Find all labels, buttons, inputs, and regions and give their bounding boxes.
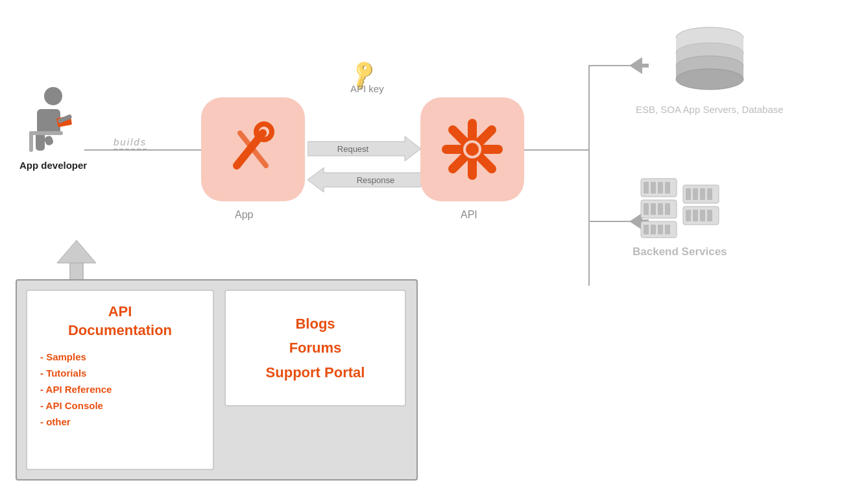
server-icon [638, 175, 722, 240]
svg-rect-37 [644, 203, 649, 215]
svg-text:Response: Response [357, 175, 395, 185]
svg-rect-1 [37, 109, 60, 134]
connector-vertical [588, 65, 590, 286]
svg-rect-35 [665, 182, 670, 194]
svg-rect-54 [700, 210, 705, 221]
svg-rect-34 [658, 182, 663, 194]
svg-rect-7 [29, 131, 33, 152]
svg-rect-48 [693, 188, 698, 200]
svg-rect-43 [651, 225, 656, 234]
svg-point-30 [676, 69, 743, 90]
docs-item-other: - other [40, 416, 200, 427]
svg-rect-33 [651, 182, 656, 194]
docs-box: APIDocumentation - Samples - Tutorials -… [26, 290, 214, 470]
portal-outer-box: APIDocumentation - Samples - Tutorials -… [16, 279, 418, 481]
svg-rect-50 [707, 188, 712, 200]
connector-api-right [524, 149, 589, 151]
community-title: Blogs Forums Support Portal [266, 312, 365, 384]
docs-item-api-console: - API Console [40, 400, 200, 411]
svg-point-21 [464, 142, 480, 157]
connector-dev-to-app [84, 149, 201, 151]
svg-rect-49 [700, 188, 705, 200]
response-arrow: Response [307, 168, 421, 195]
community-box: Blogs Forums Support Portal [224, 290, 406, 406]
svg-rect-55 [707, 210, 712, 221]
svg-rect-52 [686, 210, 691, 221]
svg-rect-40 [665, 203, 670, 215]
backend-label: Backend Services [633, 245, 727, 258]
apikey-label: API key [350, 83, 384, 94]
svg-rect-45 [665, 225, 670, 234]
svg-rect-4 [36, 132, 45, 151]
builds-label: builds [114, 136, 147, 150]
developer-label: App developer [19, 160, 87, 171]
database-icon [671, 26, 749, 97]
svg-point-0 [44, 87, 62, 105]
svg-text:Request: Request [337, 144, 369, 154]
database-section: ESB, SOA App Servers, Database [636, 26, 784, 118]
docs-item-api-reference: - API Reference [40, 384, 200, 395]
app-icon [201, 97, 305, 201]
svg-rect-53 [693, 210, 698, 221]
api-label: API [461, 209, 477, 221]
docs-item-tutorials: - Tutorials [40, 368, 200, 379]
app-label: App [235, 209, 253, 221]
request-arrow: Request [307, 136, 421, 164]
svg-rect-39 [658, 203, 663, 215]
developer-figure [24, 84, 82, 156]
svg-rect-6 [29, 131, 63, 135]
svg-rect-42 [644, 225, 649, 234]
svg-rect-32 [644, 182, 649, 194]
docs-item-samples: - Samples [40, 351, 200, 362]
docs-title: APIDocumentation [40, 303, 200, 340]
svg-rect-38 [651, 203, 656, 215]
api-icon [420, 97, 524, 201]
svg-rect-47 [686, 188, 691, 200]
database-label: ESB, SOA App Servers, Database [636, 103, 784, 118]
backend-section: Backend Services [633, 175, 727, 258]
developer-section: App developer [19, 84, 87, 171]
svg-rect-5 [43, 135, 54, 146]
svg-rect-44 [658, 225, 663, 234]
